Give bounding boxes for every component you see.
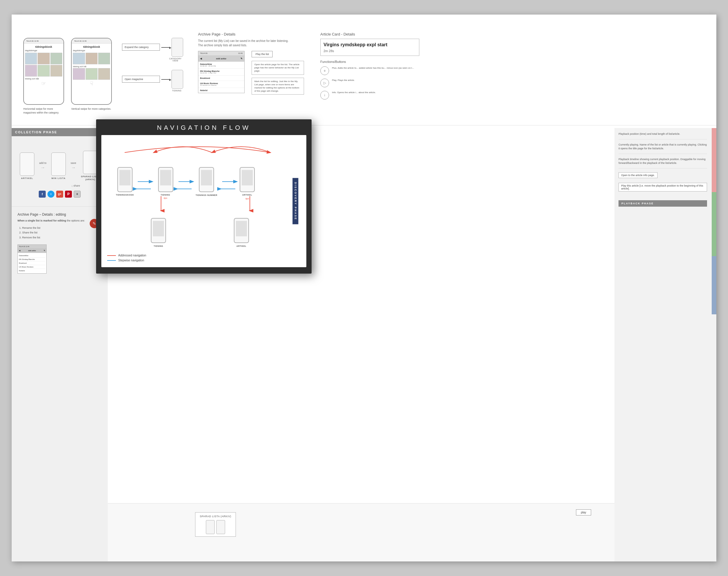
cp-add-label: add to xyxy=(39,162,47,165)
thumb3 xyxy=(50,53,62,64)
phone2-sublabel: träning och häl xyxy=(73,65,110,67)
tab-green xyxy=(712,192,716,256)
flow-label-tk: TIDNINGSKIOSK xyxy=(114,194,136,196)
flow-phone-tidningsnummer xyxy=(199,167,214,192)
flow-screen-t1 xyxy=(160,170,171,185)
cp-add-arrow: add to → xyxy=(39,162,47,170)
archive-desc2: Mark the list for editing. Just like in … xyxy=(252,78,304,95)
playback-item-2: Currently playing. Name of the list or a… xyxy=(618,143,707,154)
ae-status: TELIA 3G 12:46 xyxy=(18,245,46,248)
flow-phone-artikel2 xyxy=(234,218,249,243)
phone1-status-bar: TELIA 3G 12:46 xyxy=(24,38,63,44)
thumb4 xyxy=(25,65,37,77)
social-icons-row: f t g+ P + xyxy=(18,191,102,198)
archive-mockup: TELIA 3G 12:46 ◀ mitt arkiv ✎ Datarartik… xyxy=(198,51,245,93)
cp-flow: ARTIKEL add to → MIN LISTA save → xyxy=(18,151,102,181)
function-info: i Info. Opens the article i... about the… xyxy=(320,91,419,99)
playback-text-1: Playback position (time) and total lengt… xyxy=(618,132,707,136)
flow-label-a2: ARTIKEL xyxy=(232,245,251,247)
functions-title: Functions/Buttons xyxy=(320,60,419,63)
thumb6 xyxy=(50,65,62,77)
cp-share-label: ↓ share xyxy=(50,184,102,187)
play-button[interactable]: play xyxy=(576,509,591,515)
cp-save-arrow-icon: → xyxy=(71,165,76,170)
flow-phone-tidning1 xyxy=(158,167,173,192)
flow-label-t2: TIDNING xyxy=(148,245,169,247)
phone2-app-name: tidningskiosk xyxy=(73,46,110,48)
flow-phone-tidningskiosk xyxy=(117,167,133,192)
ae-row3: Brasklund xyxy=(19,261,45,265)
tidning-phone-small xyxy=(171,70,183,89)
playback-item-1: Playback position (time) and total lengt… xyxy=(618,132,707,139)
info-icon: i xyxy=(320,91,329,99)
flow-screen-t2 xyxy=(153,221,164,236)
flow-screen-tk xyxy=(119,170,131,185)
edit-options-list: Rename the list Share the list Remove th… xyxy=(18,226,102,240)
open-article-btn[interactable]: Open to the article info page. xyxy=(618,172,657,178)
archive-edit-mockup: TELIA 3G 12:46 ◀ mitt arkiv ✎ Datarartik… xyxy=(18,244,47,273)
p2thumb2 xyxy=(86,53,97,64)
legend-blue-text: Stepwise navigation xyxy=(118,259,144,262)
thumb2 xyxy=(37,53,50,64)
bottom-section: SPARAD LISTA (ARKIV) play xyxy=(108,503,614,561)
cp-sparad-phone xyxy=(83,151,97,174)
phone2-description: Vertical swipe for more categories. xyxy=(71,107,112,111)
callout-section: Expand the category ▶ CATEGORY VIEW Open… xyxy=(122,38,180,111)
article-card-title: Article Card - Details xyxy=(320,32,419,36)
playback-text-3: Playback timeline showing current playba… xyxy=(618,157,707,165)
arrow-to-tidning xyxy=(161,79,170,80)
google-icon: g+ xyxy=(56,191,63,198)
archive-status-bar: TELIA 3G 12:46 xyxy=(198,51,244,55)
info-text: Info. Opens the article i... about the a… xyxy=(332,91,376,94)
flow-phone-tidning2 xyxy=(151,218,166,243)
phone1-carrier: TELIA 3G 12:46 xyxy=(26,40,39,42)
cp-minlista-phone xyxy=(51,152,66,176)
phone1-category: dagstidningar xyxy=(25,49,62,52)
thumb5 xyxy=(37,65,50,77)
cp-artikel: ARTIKEL xyxy=(20,152,34,180)
category-phone-small xyxy=(171,38,183,57)
archive-header-bar: ◀ mitt arkiv ✎ xyxy=(198,55,244,62)
tab-blue xyxy=(712,256,716,314)
p2thumb5 xyxy=(86,68,97,80)
archive-page-title: Archive Page - Details xyxy=(198,32,306,36)
archive-callouts: Play the list Open the article page for … xyxy=(252,51,304,94)
playback-item-5: Play this article [i.e. move the playbac… xyxy=(618,183,707,192)
play-text: Play. Plays the article. xyxy=(332,79,355,82)
collection-phase-header: COLLECTION PHASE xyxy=(12,128,108,136)
archive-page-desc: The current list (My List) can be saved … xyxy=(198,39,294,48)
play-this-article-btn[interactable]: Play this article [i.e. move the playbac… xyxy=(618,183,707,192)
phone2-grid2 xyxy=(73,68,110,80)
ae-row1: Datarartiklar xyxy=(19,254,45,258)
sparad-lista-box: SPARAD LISTA (ARKIV) xyxy=(195,512,236,537)
cp-add-arrow-icon: → xyxy=(39,165,47,170)
archive-editing-section: Archive Page – Details : editing ✎ When … xyxy=(12,206,108,280)
phone1-app-name: tidningskiosk xyxy=(25,46,62,48)
category-view-label: CATEGORY VIEW xyxy=(169,58,182,62)
playback-phase-label: PLAYBACK PHASE xyxy=(618,200,707,207)
archive-row-4: Nobelst xyxy=(198,88,244,93)
archive-row-1: DN Söndag Blanche 16:34 25 - 1 Jan 754 xyxy=(198,69,244,76)
article-card-duration: 2m 28s xyxy=(324,49,416,53)
plus-text: Plus. Adds the article to... added artic… xyxy=(332,66,414,69)
archive-row-3: UA Music Reviews 10 lecture on Obama xyxy=(198,81,244,88)
callout-open: Open magazine xyxy=(122,76,160,83)
phone1-gesture: ☞ xyxy=(25,80,62,87)
archive-page-section: Archive Page - Details The current list … xyxy=(198,32,306,94)
phone2-grid xyxy=(73,53,110,64)
play-list-button[interactable]: Play the list xyxy=(252,51,273,57)
facebook-icon: f xyxy=(39,191,46,198)
p2thumb6 xyxy=(98,68,110,80)
plus-icon: + xyxy=(320,66,329,75)
phone1-content: tidningskiosk dagstidningar träning och … xyxy=(24,44,63,88)
collection-phase-panel: COLLECTION PHASE ARTIKEL add to → MIN LI… xyxy=(12,128,108,561)
sparad-mini-phones xyxy=(199,520,232,534)
cp-save-label: save xyxy=(71,162,76,165)
phone2-content: tidningskiosk dagstidningar träning och … xyxy=(72,44,111,88)
tidning-label: TIDNING xyxy=(172,90,181,92)
ae-row5: Nobelst xyxy=(19,269,45,272)
nav-flow-arrows xyxy=(101,135,306,267)
function-plus: + Plus. Adds the article to... added art… xyxy=(320,66,419,75)
arrow-to-category xyxy=(161,47,170,48)
wireframe-section: TELIA 3G 12:46 tidningskiosk dagstidning… xyxy=(23,38,192,114)
